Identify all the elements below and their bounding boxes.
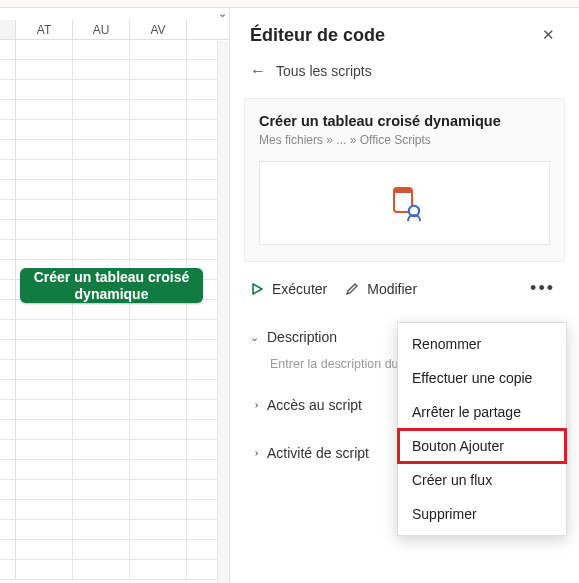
column-header[interactable]: AU bbox=[73, 20, 130, 39]
menu-create-flow[interactable]: Créer un flux bbox=[398, 463, 566, 497]
spreadsheet-area: ⌄ AT AU AV bbox=[0, 8, 230, 583]
grid-row[interactable] bbox=[0, 240, 229, 260]
grid-row[interactable] bbox=[0, 400, 229, 420]
grid-row[interactable] bbox=[0, 200, 229, 220]
arrow-left-icon: ← bbox=[250, 62, 266, 80]
grid-row[interactable] bbox=[0, 460, 229, 480]
grid-row[interactable] bbox=[0, 160, 229, 180]
grid-row[interactable] bbox=[0, 100, 229, 120]
script-thumbnail bbox=[259, 161, 550, 245]
grid-row[interactable] bbox=[0, 420, 229, 440]
grid-row[interactable] bbox=[0, 120, 229, 140]
edit-button[interactable]: Modifier bbox=[345, 281, 417, 297]
grid-row[interactable] bbox=[0, 140, 229, 160]
script-card: Créer un tableau croisé dynamique Mes fi… bbox=[244, 98, 565, 262]
column-header[interactable]: AV bbox=[130, 20, 187, 39]
menu-rename[interactable]: Renommer bbox=[398, 327, 566, 361]
grid-row[interactable] bbox=[0, 480, 229, 500]
edit-label: Modifier bbox=[367, 281, 417, 297]
pencil-icon bbox=[345, 282, 359, 296]
back-label: Tous les scripts bbox=[276, 63, 372, 79]
menu-make-copy[interactable]: Effectuer une copie bbox=[398, 361, 566, 395]
run-button[interactable]: Exécuter bbox=[250, 281, 327, 297]
section-label: Activité de script bbox=[267, 445, 369, 461]
grid-row[interactable] bbox=[0, 340, 229, 360]
grid-row[interactable] bbox=[0, 500, 229, 520]
window-top-strip bbox=[0, 0, 579, 8]
more-options-menu: Renommer Effectuer une copie Arrêter le … bbox=[397, 322, 567, 536]
grid-row[interactable] bbox=[0, 180, 229, 200]
grid-row[interactable] bbox=[0, 40, 229, 60]
more-options-button[interactable]: ••• bbox=[524, 276, 561, 301]
section-label: Accès au script bbox=[267, 397, 362, 413]
grid-row[interactable] bbox=[0, 520, 229, 540]
play-icon bbox=[250, 282, 264, 296]
chevron-right-icon: ⌄ bbox=[248, 401, 261, 410]
grid-row[interactable] bbox=[0, 60, 229, 80]
column-header[interactable]: AT bbox=[16, 20, 73, 39]
column-header-row: AT AU AV bbox=[0, 20, 229, 40]
cell-grid[interactable] bbox=[0, 40, 229, 580]
panel-header: Éditeur de code ✕ bbox=[230, 8, 579, 58]
script-title: Créer un tableau croisé dynamique bbox=[259, 113, 550, 129]
grid-row[interactable] bbox=[0, 300, 229, 320]
grid-row[interactable] bbox=[0, 220, 229, 240]
vertical-scrollbar[interactable] bbox=[217, 41, 229, 583]
ribbon-chevron-down-icon[interactable]: ⌄ bbox=[218, 6, 227, 20]
grid-row[interactable] bbox=[0, 540, 229, 560]
grid-row[interactable] bbox=[0, 320, 229, 340]
grid-row[interactable] bbox=[0, 80, 229, 100]
action-bar: Exécuter Modifier ••• bbox=[230, 262, 579, 313]
section-label: Description bbox=[267, 329, 337, 345]
panel-title: Éditeur de code bbox=[250, 25, 385, 46]
menu-add-button[interactable]: Bouton Ajouter bbox=[398, 429, 566, 463]
grid-row[interactable] bbox=[0, 380, 229, 400]
chevron-down-icon: ⌄ bbox=[250, 331, 259, 344]
svg-rect-1 bbox=[394, 188, 412, 193]
menu-delete[interactable]: Supprimer bbox=[398, 497, 566, 531]
back-to-scripts[interactable]: ← Tous les scripts bbox=[230, 58, 579, 94]
grid-row[interactable] bbox=[0, 440, 229, 460]
select-all-corner[interactable] bbox=[0, 20, 16, 39]
script-person-icon bbox=[385, 183, 425, 223]
breadcrumb: Mes fichiers » ... » Office Scripts bbox=[259, 133, 550, 147]
grid-row[interactable] bbox=[0, 560, 229, 580]
menu-stop-sharing[interactable]: Arrêter le partage bbox=[398, 395, 566, 429]
chevron-right-icon: ⌄ bbox=[248, 449, 261, 458]
run-label: Exécuter bbox=[272, 281, 327, 297]
run-script-sheet-button[interactable]: Créer un tableau croisé dynamique bbox=[20, 268, 203, 303]
grid-row[interactable] bbox=[0, 360, 229, 380]
button-label: Créer un tableau croisé dynamique bbox=[28, 269, 195, 301]
close-icon[interactable]: ✕ bbox=[538, 22, 559, 48]
